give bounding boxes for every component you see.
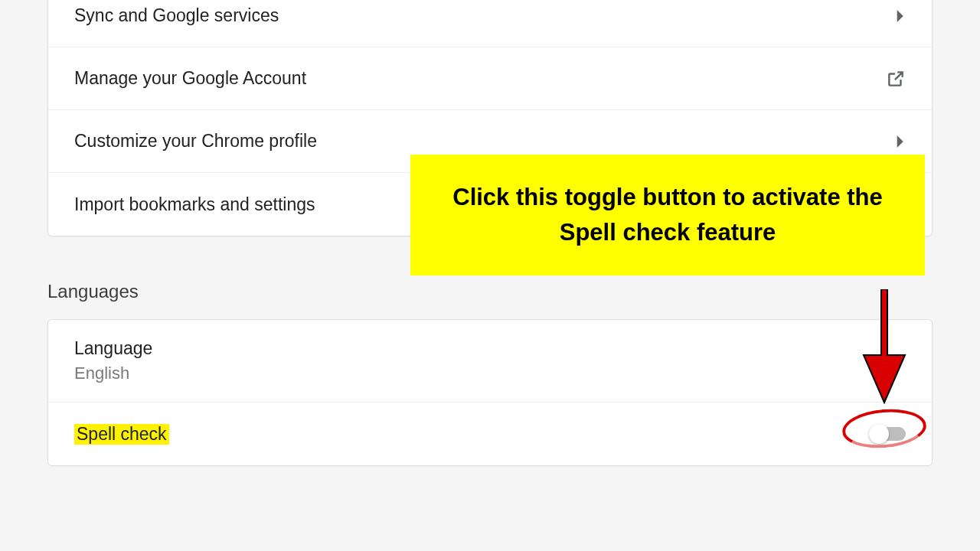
languages-card: Language English Spell check — [47, 319, 933, 466]
row-sync-google-services[interactable]: Sync and Google services — [48, 0, 932, 47]
row-label: Customize your Chrome profile — [74, 131, 317, 152]
language-value: English — [74, 364, 152, 383]
row-label: Sync and Google services — [74, 5, 279, 26]
annotation-callout: Click this toggle button to activate the… — [410, 155, 925, 276]
spell-check-label: Spell check — [74, 424, 169, 445]
row-language[interactable]: Language English — [48, 320, 932, 403]
row-label: Manage your Google Account — [74, 68, 306, 89]
chevron-right-icon — [897, 10, 906, 22]
chevron-right-icon — [897, 135, 906, 148]
languages-section-header: Languages — [47, 281, 980, 302]
language-two-line: Language English — [74, 338, 152, 383]
language-label: Language — [74, 338, 152, 359]
row-spell-check[interactable]: Spell check — [48, 403, 932, 465]
toggle-knob — [869, 424, 889, 444]
row-label: Import bookmarks and settings — [74, 194, 315, 215]
external-link-icon — [886, 69, 906, 89]
row-manage-google-account[interactable]: Manage your Google Account — [48, 47, 932, 110]
spell-check-toggle[interactable] — [871, 427, 906, 441]
